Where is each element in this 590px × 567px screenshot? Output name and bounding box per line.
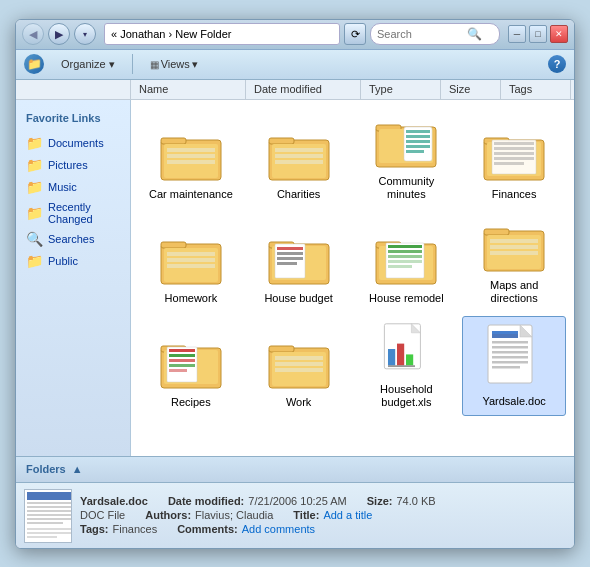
svg-rect-85: [492, 356, 528, 359]
sidebar-item-searches-label: Searches: [48, 233, 94, 245]
status-size-value: 74.0 KB: [396, 495, 435, 507]
svg-rect-63: [169, 349, 195, 352]
svg-rect-9: [275, 148, 323, 152]
svg-rect-71: [275, 356, 323, 360]
sidebar-item-searches[interactable]: 🔍 Searches: [16, 228, 130, 250]
file-item-household-budget[interactable]: Household budget.xls: [355, 316, 459, 416]
svg-rect-25: [494, 142, 534, 145]
svg-rect-29: [494, 162, 524, 165]
svg-rect-89: [492, 331, 518, 334]
doc-file-icon: [484, 323, 544, 391]
svg-rect-34: [167, 258, 215, 262]
svg-rect-97: [27, 522, 63, 524]
file-item-community-minutes[interactable]: Community minutes: [355, 108, 459, 208]
col-header-date[interactable]: Date modified: [246, 80, 361, 99]
search-input[interactable]: [377, 28, 467, 40]
folder-icon-homework: [159, 232, 223, 288]
col-header-name[interactable]: Name: [131, 80, 246, 99]
folder-icon-car-maintenance: [159, 128, 223, 184]
col-header-type[interactable]: Type: [361, 80, 441, 99]
forward-button[interactable]: ▶: [48, 23, 70, 45]
status-title-value[interactable]: Add a title: [323, 509, 372, 521]
file-label-community-minutes: Community minutes: [359, 175, 455, 201]
folder-icon-finances: [482, 128, 546, 184]
folder-icon-charities: [267, 128, 331, 184]
help-button[interactable]: ?: [548, 55, 566, 73]
svg-rect-65: [169, 359, 195, 362]
file-label-recipes: Recipes: [171, 396, 211, 409]
svg-rect-95: [27, 514, 71, 516]
file-label-car-maintenance: Car maintenance: [149, 188, 233, 201]
public-icon: 📁: [26, 253, 42, 269]
svg-rect-48: [388, 245, 422, 248]
folders-bar[interactable]: Folders ▲: [16, 456, 574, 482]
col-header-size[interactable]: Size: [441, 80, 501, 99]
folder-icon-maps-directions: [482, 219, 546, 275]
svg-rect-92: [27, 502, 71, 504]
organize-button[interactable]: Organize ▾: [52, 54, 124, 75]
status-title-field: Title: Add a title: [293, 509, 372, 521]
status-tags-value: Finances: [113, 523, 158, 535]
svg-rect-42: [277, 257, 303, 260]
sidebar-item-documents-label: Documents: [48, 137, 104, 149]
status-comments-value[interactable]: Add comments: [242, 523, 315, 535]
views-button[interactable]: ▦ Views ▾: [141, 54, 207, 75]
status-tags-label: Tags:: [80, 523, 109, 535]
file-label-charities: Charities: [277, 188, 320, 201]
file-item-finances[interactable]: Finances: [462, 108, 566, 208]
svg-rect-77: [397, 343, 404, 365]
svg-rect-57: [490, 245, 538, 249]
file-item-work[interactable]: Work: [247, 316, 351, 416]
dropdown-button[interactable]: ▾: [74, 23, 96, 45]
svg-rect-40: [277, 247, 303, 250]
search-icon: 🔍: [467, 27, 482, 41]
maximize-button[interactable]: □: [529, 25, 547, 43]
refresh-button[interactable]: ⟳: [344, 23, 366, 45]
svg-rect-78: [406, 354, 413, 365]
file-item-house-budget[interactable]: House budget: [247, 212, 351, 312]
sidebar-item-pictures-label: Pictures: [48, 159, 88, 171]
minimize-button[interactable]: ─: [508, 25, 526, 43]
svg-rect-5: [167, 160, 215, 164]
organize-arrow-icon: ▾: [109, 58, 115, 71]
documents-icon: 📁: [26, 135, 42, 151]
xls-file-icon: [374, 322, 438, 380]
toolbar-separator-1: [132, 54, 133, 74]
sidebar-item-documents[interactable]: 📁 Documents: [16, 132, 130, 154]
svg-rect-33: [167, 252, 215, 256]
svg-rect-73: [275, 368, 323, 372]
back-button[interactable]: ◀: [22, 23, 44, 45]
status-filename: Yardsale.doc: [80, 495, 148, 507]
svg-rect-83: [492, 346, 528, 349]
svg-rect-3: [167, 148, 215, 152]
close-button[interactable]: ✕: [550, 25, 568, 43]
status-date-label: Date modified:: [168, 495, 244, 507]
svg-rect-16: [406, 130, 430, 133]
file-item-maps-directions[interactable]: Maps and directions: [462, 212, 566, 312]
svg-rect-87: [492, 366, 520, 369]
file-item-charities[interactable]: Charities: [247, 108, 351, 208]
sidebar-item-music[interactable]: 📁 Music: [16, 176, 130, 198]
file-item-homework[interactable]: Homework: [139, 212, 243, 312]
sidebar-item-public[interactable]: 📁 Public: [16, 250, 130, 272]
svg-rect-20: [406, 150, 424, 153]
column-headers: Name Date modified Type Size Tags: [16, 80, 574, 100]
status-filetype: DOC File: [80, 509, 125, 521]
status-bar: Yardsale.doc Date modified: 7/21/2006 10…: [16, 482, 574, 548]
file-item-yardsale-doc[interactable]: Yardsale.doc: [462, 316, 566, 416]
svg-rect-26: [494, 147, 534, 150]
sidebar-item-pictures[interactable]: 📁 Pictures: [16, 154, 130, 176]
svg-rect-98: [27, 528, 71, 530]
address-input[interactable]: [104, 23, 340, 45]
file-item-car-maintenance[interactable]: Car maintenance: [139, 108, 243, 208]
svg-rect-76: [388, 349, 395, 365]
sidebar: Favorite Links 📁 Documents 📁 Pictures 📁 …: [16, 100, 131, 456]
status-date-value: 7/21/2006 10:25 AM: [248, 495, 346, 507]
sidebar-item-recently-changed[interactable]: 📁 Recently Changed: [16, 198, 130, 228]
file-item-house-remodel[interactable]: House remodel: [355, 212, 459, 312]
file-label-homework: Homework: [165, 292, 218, 305]
sidebar-item-public-label: Public: [48, 255, 78, 267]
col-header-tags[interactable]: Tags: [501, 80, 571, 99]
searches-icon: 🔍: [26, 231, 42, 247]
file-item-recipes[interactable]: Recipes: [139, 316, 243, 416]
